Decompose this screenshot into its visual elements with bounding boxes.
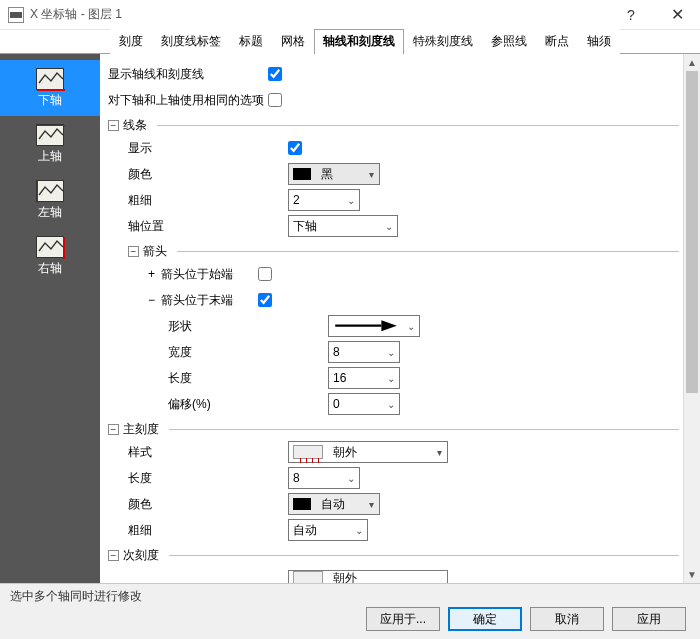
app-icon: [8, 7, 24, 23]
scroll-track[interactable]: [684, 71, 700, 566]
chevron-down-icon: ▾: [431, 447, 447, 458]
collapse-line-icon[interactable]: −: [108, 120, 119, 131]
tab-breaks[interactable]: 断点: [536, 29, 578, 54]
select-line-position[interactable]: 下轴 ⌄: [288, 215, 398, 237]
content-panel: 显示轴线和刻度线 对下轴和上轴使用相同的选项 − 线条 显示 颜: [100, 54, 683, 583]
checkbox-show-axis-ticks[interactable]: [268, 67, 282, 81]
expand-arrow-start-icon[interactable]: +: [148, 267, 155, 281]
row-major-style: 样式 朝外 ▾: [108, 440, 679, 466]
scroll-up-icon[interactable]: ▲: [684, 54, 700, 71]
label-line-show: 显示: [128, 140, 288, 157]
window-title: X 坐标轴 - 图层 1: [30, 6, 122, 23]
group-major-title: 主刻度: [123, 421, 159, 438]
row-line-show: 显示: [108, 136, 679, 162]
row-major-color: 颜色 自动 ▾: [108, 492, 679, 518]
label-line-thickness: 粗细: [128, 192, 288, 209]
position-value: 下轴: [289, 218, 381, 235]
row-major-length: 长度 8 ⌄: [108, 466, 679, 492]
dialog-body: 下轴 上轴 左轴 右轴: [0, 54, 700, 583]
collapse-minor-icon[interactable]: −: [108, 550, 119, 561]
tab-reference-lines[interactable]: 参照线: [482, 29, 536, 54]
label-arrow-offset: 偏移(%): [168, 396, 328, 413]
svg-marker-5: [381, 320, 396, 331]
select-line-thickness[interactable]: 2 ⌄: [288, 189, 360, 211]
color-value: 黑: [317, 166, 363, 183]
help-button[interactable]: ?: [608, 0, 654, 30]
axis-right-icon: [36, 236, 64, 258]
arrow-offset-value: 0: [329, 397, 383, 411]
axis-bottom-icon: [36, 68, 64, 90]
tab-tick-labels[interactable]: 刻度线标签: [152, 29, 230, 54]
tab-scale[interactable]: 刻度: [110, 29, 152, 54]
apply-to-button[interactable]: 应用于...: [366, 607, 440, 631]
collapse-arrow-icon[interactable]: −: [128, 246, 139, 257]
select-arrow-width[interactable]: 8 ⌄: [328, 341, 400, 363]
select-major-style[interactable]: 朝外 ▾: [288, 441, 448, 463]
sidebar-item-bottom-axis[interactable]: 下轴: [0, 60, 100, 116]
major-style-value: 朝外: [329, 444, 431, 461]
dialog-window: X 坐标轴 - 图层 1 ? ✕ 刻度 刻度线标签 标题 网格 轴线和刻度线 特…: [0, 0, 700, 639]
color-swatch-auto: [293, 498, 311, 510]
group-arrow: − 箭头: [108, 240, 679, 262]
arrow-shape-icon: [333, 318, 399, 333]
vertical-scrollbar[interactable]: ▲ ▼: [683, 54, 700, 583]
footer-buttons: 应用于... 确定 取消 应用: [0, 605, 700, 639]
group-line: − 线条: [108, 114, 679, 136]
chevron-down-icon: ⌄: [383, 399, 399, 410]
minor-style-value: 朝外: [329, 570, 447, 584]
checkbox-line-show[interactable]: [288, 141, 302, 155]
sidebar-item-top-axis[interactable]: 上轴: [0, 116, 100, 172]
select-arrow-length[interactable]: 16 ⌄: [328, 367, 400, 389]
row-same-top-bottom: 对下轴和上轴使用相同的选项: [108, 88, 679, 114]
apply-button[interactable]: 应用: [612, 607, 686, 631]
checkbox-arrow-end[interactable]: [258, 293, 272, 307]
row-major-thickness: 粗细 自动 ⌄: [108, 518, 679, 544]
tab-rug[interactable]: 轴须: [578, 29, 620, 54]
select-minor-style[interactable]: 朝外: [288, 570, 448, 583]
label-arrow-shape: 形状: [168, 318, 328, 335]
chevron-down-icon: ⌄: [381, 221, 397, 232]
rule: [177, 251, 679, 252]
major-thickness-value: 自动: [289, 522, 351, 539]
tab-special-ticks[interactable]: 特殊刻度线: [404, 29, 482, 54]
scroll-thumb[interactable]: [686, 71, 698, 393]
label-major-length: 长度: [128, 470, 288, 487]
tab-title[interactable]: 标题: [230, 29, 272, 54]
major-length-value: 8: [289, 471, 343, 485]
cancel-button[interactable]: 取消: [530, 607, 604, 631]
rule: [169, 555, 679, 556]
select-line-color[interactable]: 黑 ▾: [288, 163, 380, 185]
ok-button[interactable]: 确定: [448, 607, 522, 631]
select-major-thickness[interactable]: 自动 ⌄: [288, 519, 368, 541]
select-arrow-shape[interactable]: ⌄: [328, 315, 420, 337]
label-arrow-end: 箭头位于末端: [161, 292, 258, 309]
chevron-down-icon: ▾: [363, 499, 379, 510]
tab-line-ticks[interactable]: 轴线和刻度线: [314, 29, 404, 54]
collapse-major-icon[interactable]: −: [108, 424, 119, 435]
sidebar-item-label: 上轴: [38, 148, 62, 165]
titlebar: X 坐标轴 - 图层 1 ? ✕: [0, 0, 700, 30]
collapse-arrow-end-icon[interactable]: −: [148, 293, 155, 307]
major-color-value: 自动: [317, 496, 363, 513]
checkbox-same-top-bottom[interactable]: [268, 93, 282, 107]
footer-hint: 选中多个轴同时进行修改: [0, 584, 700, 605]
chevron-down-icon: ⌄: [351, 525, 367, 536]
group-major-ticks: − 主刻度: [108, 418, 679, 440]
axis-left-icon: [36, 180, 64, 202]
row-show-axis-ticks: 显示轴线和刻度线: [108, 62, 679, 88]
thickness-value: 2: [289, 193, 343, 207]
checkbox-arrow-start[interactable]: [258, 267, 272, 281]
tab-grid[interactable]: 网格: [272, 29, 314, 54]
select-arrow-offset[interactable]: 0 ⌄: [328, 393, 400, 415]
close-button[interactable]: ✕: [654, 0, 700, 30]
select-major-color[interactable]: 自动 ▾: [288, 493, 380, 515]
rule: [157, 125, 679, 126]
row-arrow-width: 宽度 8 ⌄: [108, 340, 679, 366]
sidebar-item-left-axis[interactable]: 左轴: [0, 172, 100, 228]
sidebar-item-right-axis[interactable]: 右轴: [0, 228, 100, 284]
select-major-length[interactable]: 8 ⌄: [288, 467, 360, 489]
row-arrow-shape: 形状 ⌄: [108, 314, 679, 340]
row-line-position: 轴位置 下轴 ⌄: [108, 214, 679, 240]
scroll-down-icon[interactable]: ▼: [684, 566, 700, 583]
chevron-down-icon: ⌄: [383, 347, 399, 358]
